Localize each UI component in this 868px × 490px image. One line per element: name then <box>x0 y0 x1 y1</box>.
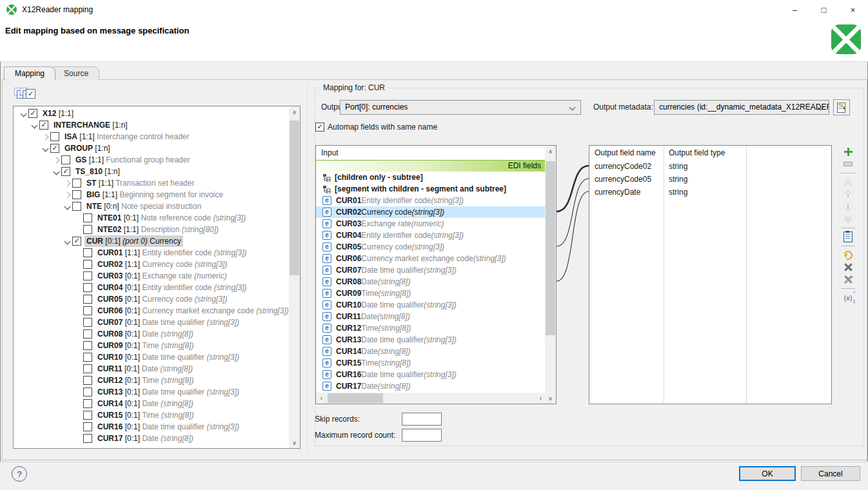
max-record-count-input[interactable] <box>402 429 442 442</box>
tree-row-gs[interactable]: GS [1:1] Functional group header <box>14 154 289 166</box>
tree-row-cur06[interactable]: CUR06 [0:1] Currency market exchange cod… <box>14 305 289 317</box>
scrollbar-down-arrow[interactable]: ∨ <box>289 437 300 448</box>
input-row-cur02[interactable]: eCUR02 Currency code (string[3]) <box>316 206 545 218</box>
tree-checkbox[interactable] <box>61 167 70 176</box>
scrollbar-thumb[interactable] <box>546 161 555 335</box>
tab-mapping[interactable]: Mapping <box>4 66 55 81</box>
checked-checkbox-icon[interactable]: ✓ <box>26 89 35 99</box>
output-row-currencycode05[interactable]: currencyCode05string <box>589 173 831 186</box>
check-selection-button[interactable]: ✓ <box>26 88 35 99</box>
tree-row-cur16[interactable]: CUR16 [0:1] Date time qualifier (string[… <box>14 421 289 433</box>
tree-expand-arrow-icon[interactable] <box>43 133 49 140</box>
tree-row-isa[interactable]: ISA [1:1] Interchange control header <box>14 131 289 142</box>
tree-checkbox[interactable] <box>39 121 48 130</box>
tree-checkbox[interactable] <box>83 306 92 315</box>
tree-checkbox[interactable] <box>83 376 92 385</box>
tree-checkbox[interactable] <box>61 155 70 164</box>
tree-row-nte[interactable]: NTE [0:n] Note special instruction <box>14 201 289 212</box>
tree-checkbox[interactable] <box>28 109 37 118</box>
expression-button[interactable]: (x)°1 <box>840 291 856 304</box>
tree-row-cur09[interactable]: CUR09 [0:1] Time (string[8]) <box>14 340 289 351</box>
titlebar[interactable]: X12Reader mapping –□× <box>0 0 868 19</box>
tree-expand-arrow-icon[interactable] <box>54 157 60 163</box>
checkbox-icon[interactable] <box>315 122 324 132</box>
scrollbar-up-arrow[interactable]: ∧ <box>289 106 300 117</box>
ok-button[interactable]: OK <box>739 466 796 481</box>
output-metadata-combobox[interactable]: currencies (id:__dynamic_metadata_X12REA… <box>654 100 829 115</box>
scrollbar-up-arrow[interactable]: ∧ <box>545 146 556 157</box>
input-row-cur06[interactable]: eCUR06 Currency market exchange code (st… <box>316 253 545 264</box>
scrollbar-down-arrow[interactable]: ∨ <box>545 393 556 404</box>
input-row-cur14[interactable]: eCUR14 Date (string[8]) <box>316 346 545 357</box>
input-row-cur11[interactable]: eCUR11 Date (string[8]) <box>316 311 545 322</box>
tree-checkbox[interactable] <box>83 271 92 280</box>
column-header-name[interactable]: Output field name <box>595 146 656 160</box>
scrollbar-right-arrow[interactable]: › <box>535 393 546 404</box>
cancel-button[interactable]: Cancel <box>801 466 860 481</box>
tree-row-st[interactable]: ST [1:1] Transaction set header <box>14 177 289 189</box>
tree-row-cur[interactable]: CUR [0:1] (port 0) Currency <box>14 235 289 247</box>
tree-checkbox[interactable] <box>83 364 92 373</box>
column-header-type[interactable]: Output field type <box>669 146 725 160</box>
tree-checkbox[interactable] <box>83 213 92 222</box>
tree-checkbox[interactable] <box>50 132 59 141</box>
tree-checkbox[interactable] <box>83 434 92 443</box>
input-row-cur15[interactable]: eCUR15 Time (string[8]) <box>316 357 545 369</box>
help-button[interactable]: ? <box>12 466 27 482</box>
clear-all-mappings-button[interactable] <box>840 273 856 286</box>
input-row-cur16[interactable]: eCUR16 Date time qualifier (string[3]) <box>316 369 545 380</box>
tree-row-group[interactable]: GROUP [1:n] <box>14 142 289 154</box>
clear-mapping-button[interactable] <box>840 261 856 273</box>
tree-checkbox[interactable] <box>72 237 81 246</box>
input-row-subtree[interactable]: [segment with children - segment and sub… <box>316 183 545 195</box>
tree-checkbox[interactable] <box>72 202 81 211</box>
tree-row-cur03[interactable]: CUR03 [0:1] Exchange rate (numeric) <box>14 270 289 282</box>
output-port-combobox[interactable]: Port[0]: currencies <box>340 100 581 115</box>
tree-row-cur17[interactable]: CUR17 [0:1] Date (string[8]) <box>14 433 289 444</box>
skip-records-input[interactable] <box>402 413 442 426</box>
tree-collapse-arrow-icon[interactable] <box>64 238 71 244</box>
tree-collapse-arrow-icon[interactable] <box>54 168 60 175</box>
input-row-cur07[interactable]: eCUR07 Date time qualifier (string[3]) <box>316 264 545 276</box>
input-row-cur05[interactable]: eCUR05 Currency code (string[3]) <box>316 241 545 253</box>
tree-checkbox[interactable] <box>50 144 59 153</box>
tree-row-nte02[interactable]: NTE02 [1:1] Description (string[80]) <box>14 224 289 235</box>
input-horizontal-scrollbar[interactable]: ‹ › <box>316 393 546 404</box>
tab-source[interactable]: Source <box>53 66 99 81</box>
maximize-button[interactable]: □ <box>809 0 838 19</box>
tree-collapse-arrow-icon[interactable] <box>21 110 27 117</box>
tree-expand-arrow-icon[interactable] <box>64 191 71 198</box>
input-row-subtree[interactable]: [children only - subtree] <box>316 172 545 183</box>
input-row-cur10[interactable]: eCUR10 Date time qualifier (string[3]) <box>316 299 545 311</box>
tree-expand-arrow-icon[interactable] <box>64 180 71 186</box>
tree-row-cur07[interactable]: CUR07 [0:1] Date time qualifier (string[… <box>14 317 289 328</box>
tree-collapse-arrow-icon[interactable] <box>43 145 49 152</box>
tree-row-cur12[interactable]: CUR12 [0:1] Time (string[8]) <box>14 375 289 386</box>
tree-row-cur01[interactable]: CUR01 [1:1] Entity identifier code (stri… <box>14 247 289 259</box>
input-row-cur09[interactable]: eCUR09 Time (string[8]) <box>316 288 545 299</box>
pane-divider[interactable] <box>307 84 308 453</box>
automap-checkbox[interactable]: Automap fields with same name <box>315 122 437 132</box>
tree-checkbox[interactable] <box>83 329 92 338</box>
tree-checkbox[interactable] <box>83 341 92 350</box>
tree-row-big[interactable]: BIG [1:1] Beginning segment for invoice <box>14 189 289 201</box>
input-row-cur08[interactable]: eCUR08 Date (string[8]) <box>316 276 545 288</box>
output-row-currencydate[interactable]: currencyDatestring <box>589 186 831 199</box>
tree-row-cur15[interactable]: CUR15 [0:1] Time (string[8]) <box>14 409 289 421</box>
input-row-cur12[interactable]: eCUR12 Time (string[8]) <box>316 322 545 334</box>
tree-checkbox[interactable] <box>83 283 92 292</box>
input-vertical-scrollbar[interactable]: ∧ ∨ <box>545 146 556 404</box>
automap-button[interactable] <box>840 249 856 261</box>
tree-collapse-arrow-icon[interactable] <box>32 122 38 128</box>
input-row-cur17[interactable]: eCUR17 Date (string[8]) <box>316 380 545 392</box>
tree-checkbox[interactable] <box>83 260 92 269</box>
input-row-cur03[interactable]: eCUR03 Exchange rate (numeric) <box>316 218 545 230</box>
tree-checkbox[interactable] <box>83 422 92 431</box>
edit-metadata-button[interactable] <box>840 231 856 243</box>
tree-checkbox[interactable] <box>83 318 92 327</box>
scrollbar-left-arrow[interactable]: ‹ <box>316 393 327 404</box>
input-row-cur13[interactable]: eCUR13 Date time qualifier (string[3]) <box>316 334 545 346</box>
close-button[interactable]: × <box>838 0 867 19</box>
tree-row-ts_810[interactable]: TS_810 [1:n] <box>14 166 289 177</box>
output-row-currencycode02[interactable]: currencyCode02string <box>589 160 831 173</box>
